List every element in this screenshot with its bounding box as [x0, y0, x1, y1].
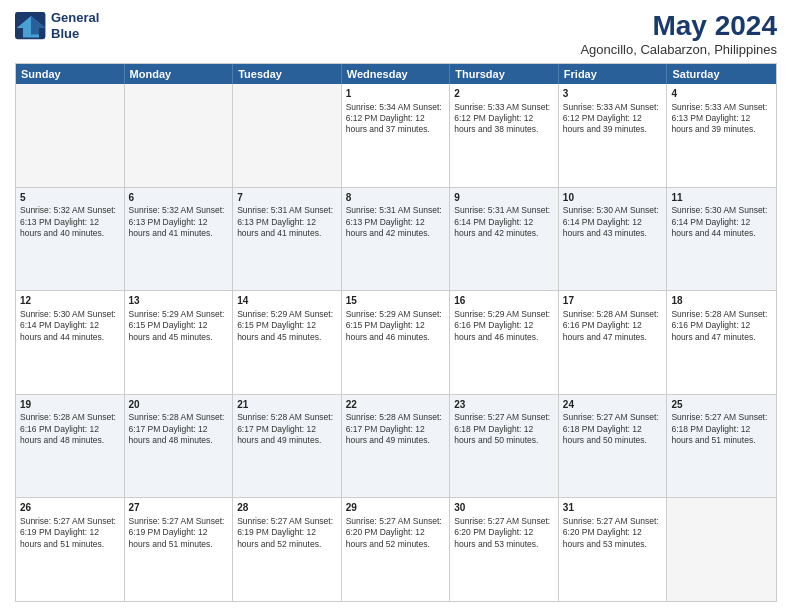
calendar-cell: 22Sunrise: 5:28 AM Sunset: 6:17 PM Dayli… — [342, 395, 451, 498]
calendar-cell: 24Sunrise: 5:27 AM Sunset: 6:18 PM Dayli… — [559, 395, 668, 498]
cell-info: Sunrise: 5:27 AM Sunset: 6:19 PM Dayligh… — [129, 516, 229, 550]
cell-date: 17 — [563, 294, 663, 308]
calendar-cell — [125, 84, 234, 187]
cell-info: Sunrise: 5:32 AM Sunset: 6:13 PM Dayligh… — [20, 205, 120, 239]
calendar-cell: 16Sunrise: 5:29 AM Sunset: 6:16 PM Dayli… — [450, 291, 559, 394]
main-title: May 2024 — [580, 10, 777, 42]
day-header-monday: Monday — [125, 64, 234, 84]
cell-date: 14 — [237, 294, 337, 308]
calendar-cell: 23Sunrise: 5:27 AM Sunset: 6:18 PM Dayli… — [450, 395, 559, 498]
logo: General Blue — [15, 10, 99, 41]
cell-date: 11 — [671, 191, 772, 205]
cell-info: Sunrise: 5:33 AM Sunset: 6:12 PM Dayligh… — [563, 102, 663, 136]
calendar-cell: 14Sunrise: 5:29 AM Sunset: 6:15 PM Dayli… — [233, 291, 342, 394]
calendar-cell: 31Sunrise: 5:27 AM Sunset: 6:20 PM Dayli… — [559, 498, 668, 601]
logo-text: General Blue — [51, 10, 99, 41]
cell-date: 9 — [454, 191, 554, 205]
cell-date: 20 — [129, 398, 229, 412]
cell-date: 28 — [237, 501, 337, 515]
calendar-cell — [667, 498, 776, 601]
subtitle: Agoncillo, Calabarzon, Philippines — [580, 42, 777, 57]
calendar-cell: 8Sunrise: 5:31 AM Sunset: 6:13 PM Daylig… — [342, 188, 451, 291]
cell-info: Sunrise: 5:29 AM Sunset: 6:15 PM Dayligh… — [237, 309, 337, 343]
cell-info: Sunrise: 5:28 AM Sunset: 6:16 PM Dayligh… — [671, 309, 772, 343]
cell-info: Sunrise: 5:28 AM Sunset: 6:16 PM Dayligh… — [20, 412, 120, 446]
cell-info: Sunrise: 5:33 AM Sunset: 6:13 PM Dayligh… — [671, 102, 772, 136]
calendar-cell: 21Sunrise: 5:28 AM Sunset: 6:17 PM Dayli… — [233, 395, 342, 498]
cell-info: Sunrise: 5:27 AM Sunset: 6:20 PM Dayligh… — [563, 516, 663, 550]
cell-info: Sunrise: 5:28 AM Sunset: 6:17 PM Dayligh… — [346, 412, 446, 446]
cell-info: Sunrise: 5:30 AM Sunset: 6:14 PM Dayligh… — [671, 205, 772, 239]
calendar-cell: 28Sunrise: 5:27 AM Sunset: 6:19 PM Dayli… — [233, 498, 342, 601]
cell-info: Sunrise: 5:27 AM Sunset: 6:18 PM Dayligh… — [671, 412, 772, 446]
calendar-cell: 18Sunrise: 5:28 AM Sunset: 6:16 PM Dayli… — [667, 291, 776, 394]
day-header-thursday: Thursday — [450, 64, 559, 84]
calendar-cell: 20Sunrise: 5:28 AM Sunset: 6:17 PM Dayli… — [125, 395, 234, 498]
cell-date: 24 — [563, 398, 663, 412]
calendar-cell: 10Sunrise: 5:30 AM Sunset: 6:14 PM Dayli… — [559, 188, 668, 291]
calendar-row: 26Sunrise: 5:27 AM Sunset: 6:19 PM Dayli… — [16, 498, 776, 601]
cell-date: 30 — [454, 501, 554, 515]
cell-info: Sunrise: 5:34 AM Sunset: 6:12 PM Dayligh… — [346, 102, 446, 136]
cell-info: Sunrise: 5:30 AM Sunset: 6:14 PM Dayligh… — [563, 205, 663, 239]
cell-info: Sunrise: 5:29 AM Sunset: 6:15 PM Dayligh… — [129, 309, 229, 343]
cell-info: Sunrise: 5:28 AM Sunset: 6:17 PM Dayligh… — [237, 412, 337, 446]
cell-date: 6 — [129, 191, 229, 205]
calendar-cell: 7Sunrise: 5:31 AM Sunset: 6:13 PM Daylig… — [233, 188, 342, 291]
cell-info: Sunrise: 5:29 AM Sunset: 6:16 PM Dayligh… — [454, 309, 554, 343]
cell-date: 19 — [20, 398, 120, 412]
cell-date: 25 — [671, 398, 772, 412]
cell-date: 18 — [671, 294, 772, 308]
page: General Blue May 2024 Agoncillo, Calabar… — [0, 0, 792, 612]
day-header-sunday: Sunday — [16, 64, 125, 84]
cell-info: Sunrise: 5:27 AM Sunset: 6:18 PM Dayligh… — [563, 412, 663, 446]
calendar-cell: 3Sunrise: 5:33 AM Sunset: 6:12 PM Daylig… — [559, 84, 668, 187]
calendar-body: 1Sunrise: 5:34 AM Sunset: 6:12 PM Daylig… — [16, 84, 776, 601]
calendar-cell: 12Sunrise: 5:30 AM Sunset: 6:14 PM Dayli… — [16, 291, 125, 394]
calendar-cell — [233, 84, 342, 187]
calendar-cell: 29Sunrise: 5:27 AM Sunset: 6:20 PM Dayli… — [342, 498, 451, 601]
cell-info: Sunrise: 5:27 AM Sunset: 6:20 PM Dayligh… — [346, 516, 446, 550]
header: General Blue May 2024 Agoncillo, Calabar… — [15, 10, 777, 57]
cell-info: Sunrise: 5:32 AM Sunset: 6:13 PM Dayligh… — [129, 205, 229, 239]
calendar-cell: 11Sunrise: 5:30 AM Sunset: 6:14 PM Dayli… — [667, 188, 776, 291]
calendar-cell: 25Sunrise: 5:27 AM Sunset: 6:18 PM Dayli… — [667, 395, 776, 498]
calendar-cell: 19Sunrise: 5:28 AM Sunset: 6:16 PM Dayli… — [16, 395, 125, 498]
calendar-cell: 2Sunrise: 5:33 AM Sunset: 6:12 PM Daylig… — [450, 84, 559, 187]
day-header-friday: Friday — [559, 64, 668, 84]
cell-date: 29 — [346, 501, 446, 515]
calendar-row: 1Sunrise: 5:34 AM Sunset: 6:12 PM Daylig… — [16, 84, 776, 188]
cell-date: 13 — [129, 294, 229, 308]
cell-date: 23 — [454, 398, 554, 412]
calendar: SundayMondayTuesdayWednesdayThursdayFrid… — [15, 63, 777, 602]
cell-date: 27 — [129, 501, 229, 515]
calendar-cell: 1Sunrise: 5:34 AM Sunset: 6:12 PM Daylig… — [342, 84, 451, 187]
day-headers: SundayMondayTuesdayWednesdayThursdayFrid… — [16, 64, 776, 84]
calendar-row: 12Sunrise: 5:30 AM Sunset: 6:14 PM Dayli… — [16, 291, 776, 395]
calendar-cell: 5Sunrise: 5:32 AM Sunset: 6:13 PM Daylig… — [16, 188, 125, 291]
cell-info: Sunrise: 5:27 AM Sunset: 6:18 PM Dayligh… — [454, 412, 554, 446]
calendar-cell: 6Sunrise: 5:32 AM Sunset: 6:13 PM Daylig… — [125, 188, 234, 291]
cell-date: 22 — [346, 398, 446, 412]
cell-info: Sunrise: 5:29 AM Sunset: 6:15 PM Dayligh… — [346, 309, 446, 343]
cell-date: 31 — [563, 501, 663, 515]
calendar-cell: 15Sunrise: 5:29 AM Sunset: 6:15 PM Dayli… — [342, 291, 451, 394]
cell-info: Sunrise: 5:28 AM Sunset: 6:16 PM Dayligh… — [563, 309, 663, 343]
cell-info: Sunrise: 5:27 AM Sunset: 6:19 PM Dayligh… — [20, 516, 120, 550]
cell-date: 5 — [20, 191, 120, 205]
cell-date: 3 — [563, 87, 663, 101]
calendar-row: 19Sunrise: 5:28 AM Sunset: 6:16 PM Dayli… — [16, 395, 776, 499]
calendar-cell: 26Sunrise: 5:27 AM Sunset: 6:19 PM Dayli… — [16, 498, 125, 601]
cell-date: 7 — [237, 191, 337, 205]
calendar-cell: 17Sunrise: 5:28 AM Sunset: 6:16 PM Dayli… — [559, 291, 668, 394]
day-header-tuesday: Tuesday — [233, 64, 342, 84]
logo-icon — [15, 12, 47, 40]
cell-date: 21 — [237, 398, 337, 412]
cell-date: 10 — [563, 191, 663, 205]
cell-info: Sunrise: 5:27 AM Sunset: 6:20 PM Dayligh… — [454, 516, 554, 550]
cell-date: 1 — [346, 87, 446, 101]
cell-date: 4 — [671, 87, 772, 101]
cell-info: Sunrise: 5:33 AM Sunset: 6:12 PM Dayligh… — [454, 102, 554, 136]
cell-info: Sunrise: 5:30 AM Sunset: 6:14 PM Dayligh… — [20, 309, 120, 343]
calendar-cell: 27Sunrise: 5:27 AM Sunset: 6:19 PM Dayli… — [125, 498, 234, 601]
